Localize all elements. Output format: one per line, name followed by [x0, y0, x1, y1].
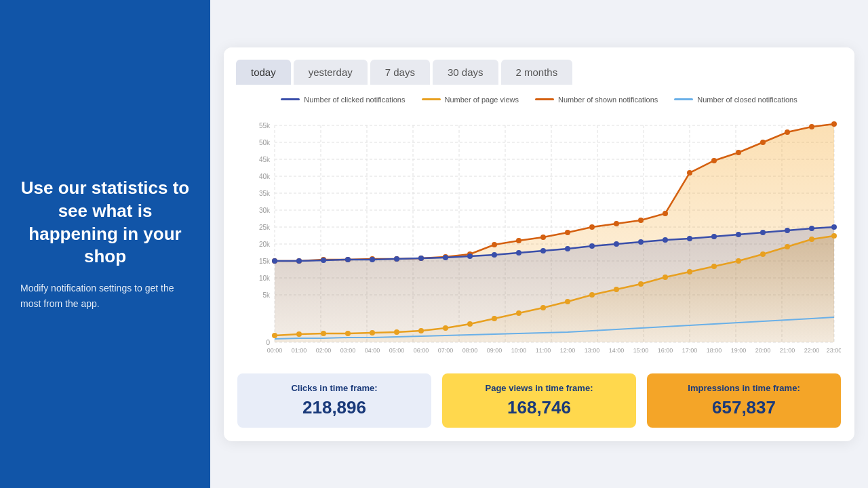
svg-point-116 — [370, 330, 375, 336]
stat-label: Page views in time frame: — [453, 383, 625, 393]
svg-point-86 — [809, 124, 814, 129]
svg-text:06:00: 06:00 — [414, 347, 429, 354]
svg-text:02:00: 02:00 — [316, 347, 332, 354]
svg-text:15:00: 15:00 — [633, 347, 649, 354]
svg-point-88 — [272, 258, 277, 264]
svg-text:21:00: 21:00 — [780, 347, 795, 354]
tab-today[interactable]: today — [236, 60, 291, 85]
svg-text:10:00: 10:00 — [511, 347, 527, 354]
svg-point-103 — [638, 239, 644, 245]
svg-point-120 — [467, 321, 473, 327]
legend-line-color — [281, 98, 300, 100]
svg-point-123 — [540, 305, 546, 310]
stats-card: todayyesterday7 days30 days2 months Numb… — [224, 47, 854, 441]
svg-text:18:00: 18:00 — [707, 347, 722, 354]
svg-point-79 — [638, 218, 644, 223]
svg-point-78 — [614, 221, 619, 226]
tab-2-months[interactable]: 2 months — [501, 60, 573, 85]
stat-value: 168,746 — [453, 397, 625, 418]
legend-item: Number of page views — [422, 96, 519, 104]
stat-value: 657,837 — [658, 397, 830, 418]
svg-point-133 — [785, 244, 790, 249]
svg-point-126 — [614, 287, 619, 292]
legend-label: Number of closed notifications — [697, 96, 797, 104]
svg-point-92 — [370, 257, 375, 262]
legend-item: Number of shown notifications — [535, 96, 658, 104]
svg-text:05:00: 05:00 — [389, 347, 405, 354]
svg-point-105 — [687, 236, 692, 241]
stat-label: Clicks in time frame: — [248, 383, 420, 393]
svg-point-85 — [785, 129, 790, 135]
legend-item: Number of clicked notifications — [281, 96, 405, 104]
svg-point-97 — [492, 252, 497, 258]
tab-7-days[interactable]: 7 days — [370, 60, 430, 85]
svg-point-131 — [736, 258, 741, 264]
svg-point-121 — [492, 316, 497, 321]
svg-point-107 — [736, 232, 741, 237]
svg-point-113 — [296, 331, 302, 337]
legend-line-color — [674, 98, 693, 100]
svg-text:09:00: 09:00 — [487, 347, 502, 354]
svg-text:11:00: 11:00 — [536, 347, 551, 354]
svg-text:17:00: 17:00 — [682, 347, 698, 354]
svg-text:5k: 5k — [262, 291, 271, 299]
chart-area: Number of clicked notificationsNumber of… — [224, 85, 854, 363]
svg-text:20k: 20k — [259, 241, 271, 248]
svg-point-75 — [540, 235, 546, 240]
svg-point-125 — [589, 292, 595, 298]
svg-point-132 — [760, 251, 766, 257]
svg-point-102 — [614, 241, 619, 247]
svg-point-81 — [687, 170, 692, 176]
svg-text:40k: 40k — [259, 173, 271, 180]
svg-point-101 — [589, 243, 595, 249]
svg-text:23:00: 23:00 — [827, 347, 841, 354]
svg-point-106 — [711, 234, 717, 239]
svg-point-114 — [321, 331, 326, 336]
svg-text:19:00: 19:00 — [731, 347, 747, 354]
legend-label: Number of shown notifications — [558, 96, 658, 104]
legend-label: Number of page views — [445, 96, 519, 104]
svg-point-100 — [565, 246, 570, 251]
svg-point-90 — [321, 258, 326, 263]
tab-yesterday[interactable]: yesterday — [294, 60, 368, 85]
svg-text:00:00: 00:00 — [267, 347, 283, 354]
svg-text:12:00: 12:00 — [560, 347, 576, 354]
legend-item: Number of closed notifications — [674, 96, 797, 104]
svg-text:03:00: 03:00 — [340, 347, 356, 354]
svg-text:15k: 15k — [259, 258, 271, 265]
svg-point-82 — [711, 158, 717, 163]
svg-point-122 — [516, 310, 521, 316]
svg-point-73 — [492, 242, 497, 247]
svg-point-115 — [345, 331, 351, 336]
svg-point-95 — [443, 255, 448, 260]
svg-point-99 — [540, 248, 546, 253]
svg-text:0: 0 — [266, 339, 270, 346]
svg-text:16:00: 16:00 — [658, 347, 673, 354]
right-panel: todayyesterday7 days30 days2 months Numb… — [210, 0, 868, 488]
svg-text:07:00: 07:00 — [438, 347, 454, 354]
svg-text:01:00: 01:00 — [292, 347, 307, 354]
svg-point-77 — [589, 224, 595, 230]
svg-point-130 — [711, 264, 717, 269]
svg-text:35k: 35k — [259, 190, 271, 197]
left-panel: Use our statistics to see what is happen… — [0, 0, 210, 488]
svg-point-83 — [736, 150, 741, 155]
svg-point-76 — [565, 230, 570, 235]
stat-value: 218,896 — [248, 397, 420, 418]
svg-point-118 — [418, 328, 424, 333]
svg-text:14:00: 14:00 — [609, 347, 625, 354]
svg-text:30k: 30k — [259, 207, 271, 214]
svg-point-109 — [785, 228, 790, 233]
svg-point-135 — [831, 233, 837, 239]
svg-point-129 — [687, 269, 692, 274]
tab-30-days[interactable]: 30 days — [433, 60, 498, 85]
svg-text:55k: 55k — [259, 122, 271, 129]
stat-label: Impressions in time frame: — [658, 383, 830, 393]
tabs-container: todayyesterday7 days30 days2 months — [224, 47, 854, 85]
stat-card: Impressions in time frame: 657,837 — [647, 373, 841, 428]
svg-text:25k: 25k — [259, 224, 271, 231]
svg-point-91 — [345, 257, 351, 262]
svg-text:22:00: 22:00 — [804, 347, 820, 354]
legend-label: Number of clicked notifications — [304, 96, 405, 104]
stat-card: Clicks in time frame: 218,896 — [237, 373, 431, 428]
